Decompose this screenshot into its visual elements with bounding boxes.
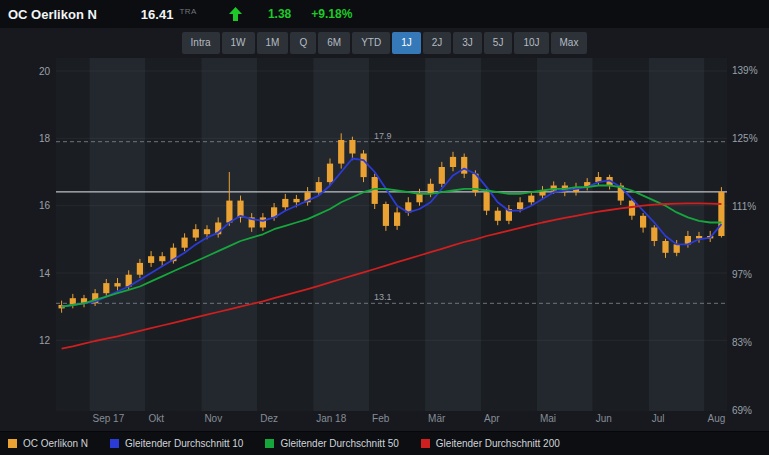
candle-body (383, 204, 389, 226)
stock-chart-widget: OC Oerlikon N 16.41 TRA 1.38 +9.18% Intr… (0, 0, 769, 455)
candle-body (517, 202, 523, 209)
month-label: Okt (149, 413, 165, 424)
candle-body (260, 217, 266, 227)
month-label: Nov (204, 413, 222, 424)
candle-body (349, 140, 355, 154)
range-tab-intra[interactable]: Intra (182, 32, 220, 54)
candle-body (103, 283, 109, 293)
month-label: Mär (428, 413, 446, 424)
candle-body (148, 256, 154, 263)
percent-axis-label: 69% (732, 405, 752, 416)
candle-body (718, 192, 724, 236)
range-tab-2j[interactable]: 2J (423, 32, 452, 54)
legend-label: OC Oerlikon N (23, 438, 88, 449)
legend-item[interactable]: Gleitender Durchschnitt 10 (110, 438, 243, 449)
candle-body (416, 194, 422, 202)
change-percent: +9.18% (311, 7, 352, 21)
month-label: Dez (260, 413, 278, 424)
range-tab-1w[interactable]: 1W (222, 32, 255, 54)
legend-item[interactable]: Gleitender Durchschnitt 50 (265, 438, 398, 449)
candle-body (327, 164, 333, 183)
percent-axis-label: 125% (732, 133, 758, 144)
reference-line-label: 13.1 (374, 292, 392, 302)
percent-axis-label: 83% (732, 337, 752, 348)
last-price: 16.41 (141, 7, 174, 22)
candle-body (674, 244, 680, 252)
legend-item[interactable]: Gleitender Durchschnitt 200 (421, 438, 560, 449)
instrument-name: OC Oerlikon N (8, 7, 97, 22)
price-axis-label: 16 (39, 200, 51, 211)
legend-label: Gleitender Durchschnitt 200 (436, 438, 560, 449)
month-label: Apr (484, 413, 500, 424)
month-label: Jan 18 (316, 413, 346, 424)
month-band (313, 58, 369, 411)
month-label: Feb (372, 413, 390, 424)
candle-body (159, 256, 165, 261)
candle-body (640, 216, 646, 228)
header: OC Oerlikon N 16.41 TRA 1.38 +9.18% (0, 0, 769, 28)
range-tab-ytd[interactable]: YTD (352, 32, 390, 54)
candle-body (293, 199, 299, 202)
month-label: Sep 17 (93, 413, 125, 424)
candle-body (361, 154, 367, 178)
range-tab-1m[interactable]: 1M (257, 32, 289, 54)
range-tab-5j[interactable]: 5J (484, 32, 513, 54)
candle-body (226, 201, 232, 223)
month-band (369, 58, 425, 411)
candle-body (114, 283, 120, 286)
candle-body (439, 167, 445, 184)
month-band (593, 58, 649, 411)
range-tab-6m[interactable]: 6M (318, 32, 350, 54)
percent-axis-label: 97% (732, 269, 752, 280)
range-tab-3j[interactable]: 3J (453, 32, 482, 54)
candle-body (193, 229, 199, 237)
legend-color-swatch (8, 439, 17, 448)
price-axis-label: 14 (39, 268, 51, 279)
legend-color-swatch (110, 439, 119, 448)
range-tab-10j[interactable]: 10J (514, 32, 548, 54)
candle-body (662, 241, 668, 253)
legend-item[interactable]: OC Oerlikon N (8, 438, 88, 449)
range-tab-max[interactable]: Max (551, 32, 588, 54)
candle-body (372, 177, 378, 204)
price-axis-label: 12 (39, 335, 51, 346)
range-tab-1j[interactable]: 1J (392, 32, 421, 54)
candle-body (651, 228, 657, 242)
change-absolute: 1.38 (268, 7, 291, 21)
candle-body (182, 238, 188, 248)
legend-color-swatch (265, 439, 274, 448)
exchange-label: TRA (179, 7, 197, 16)
candle-body (450, 157, 456, 167)
candle-body (137, 263, 143, 275)
candle-body (237, 201, 243, 218)
candle-body (282, 199, 288, 207)
month-label: Mai (540, 413, 556, 424)
candle-body (495, 211, 501, 221)
price-chart-svg[interactable]: 2018161412139%125%111%97%83%69%17.913.1S… (0, 58, 769, 431)
up-arrow-icon (229, 7, 242, 21)
price-axis-label: 18 (39, 133, 51, 144)
candle-body (204, 229, 210, 234)
price-axis-label: 20 (39, 66, 51, 77)
chart-area: 2018161412139%125%111%97%83%69%17.913.1S… (0, 58, 769, 431)
reference-line-label: 17.9 (374, 131, 392, 141)
candle-body (394, 212, 400, 226)
legend-color-swatch (421, 439, 430, 448)
month-band (425, 58, 481, 411)
month-band (537, 58, 593, 411)
month-label: Jun (596, 413, 612, 424)
candle-body (338, 140, 344, 164)
legend-label: Gleitender Durchschnitt 10 (125, 438, 243, 449)
candle-body (484, 192, 490, 211)
percent-axis-label: 111% (732, 201, 756, 212)
candle-body (316, 182, 322, 192)
chart-legend: OC Oerlikon NGleitender Durchschnitt 10G… (0, 431, 769, 455)
range-tab-q[interactable]: Q (290, 32, 316, 54)
percent-axis-label: 139% (732, 65, 758, 76)
legend-label: Gleitender Durchschnitt 50 (280, 438, 398, 449)
candle-body (528, 196, 534, 203)
month-label: Aug (708, 413, 726, 424)
candle-body (428, 184, 434, 194)
month-band (201, 58, 257, 411)
range-tabs: Intra1W1MQ6MYTD1J2J3J5J10JMax (0, 28, 769, 58)
